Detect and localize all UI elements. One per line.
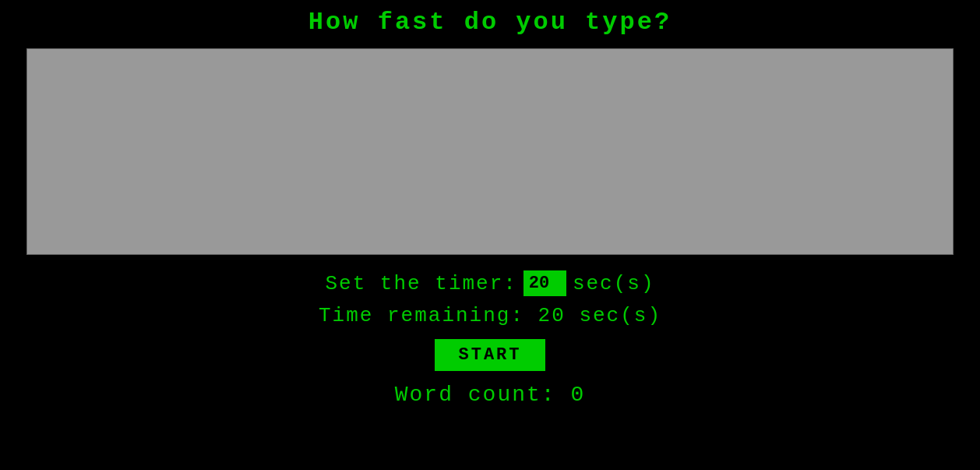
time-remaining-display: Time remaining: 20 sec(s) [319,304,661,327]
set-timer-label: Set the timer: [325,272,516,295]
set-timer-suffix: sec(s) [573,272,655,295]
controls-section: Set the timer: sec(s) Time remaining: 20… [319,270,661,407]
word-count-display: Word count: 0 [395,383,585,407]
start-button[interactable]: START [435,339,545,371]
typing-textarea[interactable] [26,48,954,255]
timer-input[interactable] [523,270,566,296]
page-title: How fast do you type? [308,8,672,37]
set-timer-row: Set the timer: sec(s) [325,270,654,296]
